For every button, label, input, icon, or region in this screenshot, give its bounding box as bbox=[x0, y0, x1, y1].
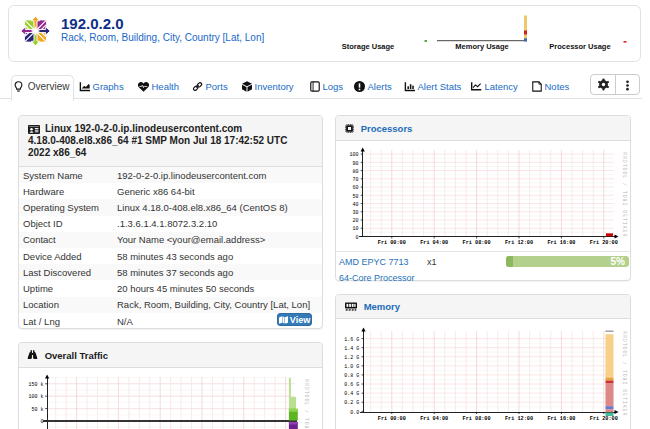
svg-text:Fri 12:00: Fri 12:00 bbox=[505, 416, 533, 422]
svg-text:1.6 G: 1.6 G bbox=[344, 337, 359, 343]
svg-text:0.8 G: 0.8 G bbox=[344, 373, 359, 379]
svg-text:Storage Usage: Storage Usage bbox=[342, 42, 395, 51]
svg-text:0: 0 bbox=[41, 419, 44, 425]
svg-text:150 k: 150 k bbox=[29, 382, 44, 388]
svg-text:RRDTOOL / TOBI OETIKER: RRDTOOL / TOBI OETIKER bbox=[622, 331, 627, 416]
svg-text:0.6 G: 0.6 G bbox=[344, 382, 359, 388]
svg-text:80: 80 bbox=[352, 169, 358, 175]
svg-text:Fri 20:00: Fri 20:00 bbox=[590, 416, 618, 422]
svg-text:Fri 08:00: Fri 08:00 bbox=[463, 240, 491, 246]
svg-text:70: 70 bbox=[352, 177, 358, 183]
svg-text:Fri 04:00: Fri 04:00 bbox=[420, 240, 448, 246]
svg-text:Fri 00:00: Fri 00:00 bbox=[378, 416, 406, 422]
svg-text:0.4 G: 0.4 G bbox=[344, 391, 359, 397]
svg-text:40: 40 bbox=[352, 202, 358, 208]
svg-text:30: 30 bbox=[352, 210, 358, 216]
svg-text:Fri 08:00: Fri 08:00 bbox=[463, 416, 491, 422]
svg-text:Fri 16:00: Fri 16:00 bbox=[547, 416, 575, 422]
svg-text:0.0: 0.0 bbox=[350, 410, 359, 416]
svg-text:0.2 G: 0.2 G bbox=[344, 400, 359, 406]
svg-text:Processor Usage: Processor Usage bbox=[549, 42, 610, 51]
svg-text:Fri 20:00: Fri 20:00 bbox=[590, 240, 618, 246]
svg-text:Fri 00:00: Fri 00:00 bbox=[378, 240, 406, 246]
svg-text:RRDTOOL / TOBI OETIKER: RRDTOOL / TOBI OETIKER bbox=[622, 152, 627, 237]
svg-text:Fri 12:00: Fri 12:00 bbox=[505, 240, 533, 246]
svg-text:1.0 G: 1.0 G bbox=[344, 364, 359, 370]
svg-text:100: 100 bbox=[349, 152, 358, 158]
svg-text:0: 0 bbox=[355, 235, 358, 241]
svg-text:20: 20 bbox=[352, 218, 358, 224]
svg-text:100 k: 100 k bbox=[29, 394, 44, 400]
svg-text:60: 60 bbox=[352, 185, 358, 191]
svg-text:Memory Usage: Memory Usage bbox=[455, 42, 508, 51]
svg-text:50: 50 bbox=[352, 194, 358, 200]
svg-text:90: 90 bbox=[352, 161, 358, 167]
svg-text:Fri 16:00: Fri 16:00 bbox=[547, 240, 575, 246]
svg-text:RRDTOOL / TOBI OETIKER: RRDTOOL / TOBI OETIKER bbox=[304, 379, 309, 429]
svg-text:Fri 04:00: Fri 04:00 bbox=[420, 416, 448, 422]
svg-text:1.4 G: 1.4 G bbox=[344, 346, 359, 352]
svg-text:1.2 G: 1.2 G bbox=[344, 355, 359, 361]
svg-text:50 k: 50 k bbox=[32, 407, 44, 413]
svg-text:10: 10 bbox=[352, 226, 358, 232]
